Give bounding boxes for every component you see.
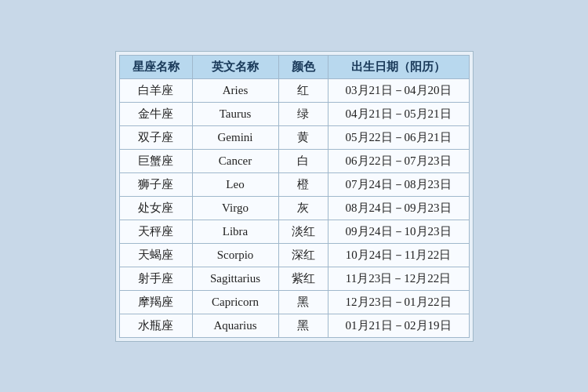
cell-en: Sagittarius (192, 267, 278, 290)
cell-date: 01月21日－02月19日 (328, 314, 469, 337)
cell-en: Libra (192, 220, 278, 243)
cell-date: 03月21日－04月20日 (328, 78, 469, 102)
cell-cn: 处女座 (119, 196, 192, 220)
zodiac-table: 星座名称 英文名称 颜色 出生日期（阳历） 白羊座Aries红03月21日－04… (119, 55, 470, 338)
table-header-row: 星座名称 英文名称 颜色 出生日期（阳历） (119, 55, 469, 78)
table-row: 天秤座Libra淡红09月24日－10月23日 (119, 220, 469, 243)
cell-color: 红 (278, 78, 328, 102)
table-row: 巨蟹座Cancer白06月22日－07月23日 (119, 149, 469, 172)
cell-en: Scorpio (192, 243, 278, 267)
cell-cn: 金牛座 (119, 102, 192, 125)
header-date: 出生日期（阳历） (328, 55, 469, 78)
cell-color: 黑 (278, 314, 328, 337)
table-row: 双子座Gemini黄05月22日－06月21日 (119, 125, 469, 149)
cell-date: 12月23日－01月22日 (328, 290, 469, 314)
table-row: 天蝎座Scorpio深红10月24日－11月22日 (119, 243, 469, 267)
cell-date: 09月24日－10月23日 (328, 220, 469, 243)
cell-date: 05月22日－06月21日 (328, 125, 469, 149)
cell-en: Capricorn (192, 290, 278, 314)
cell-en: Aquarius (192, 314, 278, 337)
cell-en: Cancer (192, 149, 278, 172)
table-row: 白羊座Aries红03月21日－04月20日 (119, 78, 469, 102)
cell-en: Aries (192, 78, 278, 102)
cell-cn: 双子座 (119, 125, 192, 149)
cell-color: 灰 (278, 196, 328, 220)
table-row: 狮子座Leo橙07月24日－08月23日 (119, 172, 469, 196)
cell-color: 绿 (278, 102, 328, 125)
cell-cn: 天秤座 (119, 220, 192, 243)
cell-color: 橙 (278, 172, 328, 196)
cell-color: 紫红 (278, 267, 328, 290)
cell-en: Taurus (192, 102, 278, 125)
cell-color: 深红 (278, 243, 328, 267)
cell-cn: 白羊座 (119, 78, 192, 102)
table-row: 射手座Sagittarius紫红11月23日－12月22日 (119, 267, 469, 290)
cell-date: 10月24日－11月22日 (328, 243, 469, 267)
cell-color: 黑 (278, 290, 328, 314)
cell-cn: 巨蟹座 (119, 149, 192, 172)
cell-date: 11月23日－12月22日 (328, 267, 469, 290)
cell-cn: 狮子座 (119, 172, 192, 196)
cell-date: 06月22日－07月23日 (328, 149, 469, 172)
cell-cn: 摩羯座 (119, 290, 192, 314)
cell-en: Gemini (192, 125, 278, 149)
cell-cn: 天蝎座 (119, 243, 192, 267)
header-color: 颜色 (278, 55, 328, 78)
cell-date: 08月24日－09月23日 (328, 196, 469, 220)
cell-color: 淡红 (278, 220, 328, 243)
table-row: 摩羯座Capricorn黑12月23日－01月22日 (119, 290, 469, 314)
table-row: 处女座Virgo灰08月24日－09月23日 (119, 196, 469, 220)
cell-date: 07月24日－08月23日 (328, 172, 469, 196)
cell-color: 白 (278, 149, 328, 172)
cell-cn: 水瓶座 (119, 314, 192, 337)
zodiac-table-container: 星座名称 英文名称 颜色 出生日期（阳历） 白羊座Aries红03月21日－04… (115, 51, 474, 342)
table-row: 金牛座Taurus绿04月21日－05月21日 (119, 102, 469, 125)
cell-color: 黄 (278, 125, 328, 149)
header-en: 英文名称 (192, 55, 278, 78)
cell-cn: 射手座 (119, 267, 192, 290)
cell-date: 04月21日－05月21日 (328, 102, 469, 125)
cell-en: Virgo (192, 196, 278, 220)
cell-en: Leo (192, 172, 278, 196)
header-cn: 星座名称 (119, 55, 192, 78)
table-row: 水瓶座Aquarius黑01月21日－02月19日 (119, 314, 469, 337)
